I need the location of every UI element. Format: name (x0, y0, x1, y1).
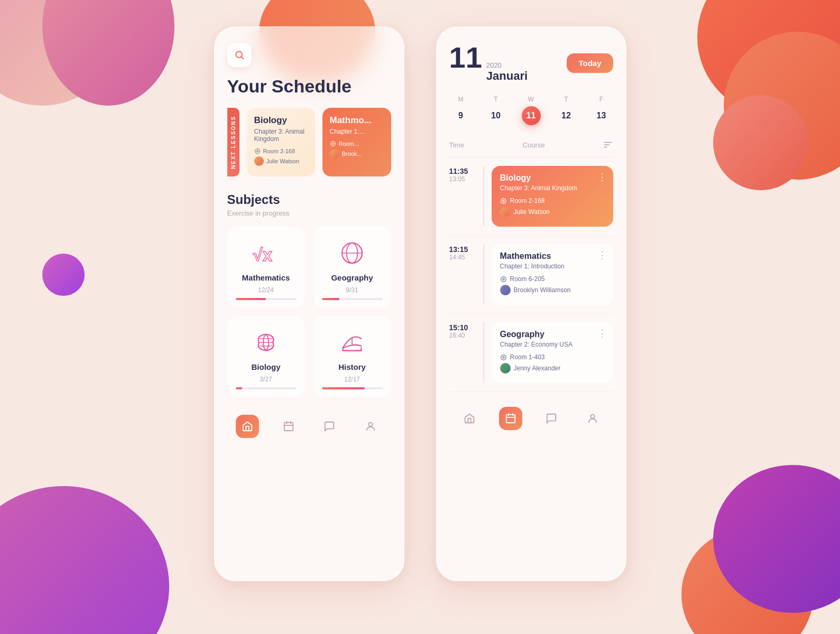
svg-point-26 (502, 356, 504, 358)
mathematics-schedule-card[interactable]: ⋮ Mathematics Chapter 1: Introduction Ro… (492, 244, 613, 305)
mathematics-progress-fill (236, 298, 266, 300)
left-phone: Your Schedule NEXT LESSONS Biology Chapt… (214, 26, 404, 581)
week-selector: M 9 T 10 W 11 T 12 F 13 (449, 96, 613, 125)
lesson-card-biology[interactable]: Biology Chapter 3: Animal Kingdom Room 2… (247, 108, 315, 176)
mathematics-card-room: Room 6-205 (500, 275, 605, 283)
next-lessons-label: NEXT LESSONS (227, 108, 239, 176)
geography-progress-fill (322, 298, 339, 300)
mathematics-progress: 12/24 (258, 286, 274, 294)
geography-name: Geography (331, 273, 373, 282)
mathematics-card-teacher: Brooklyn Williamson (500, 285, 605, 295)
today-button[interactable]: Today (567, 53, 613, 73)
week-day-fri[interactable]: F 13 (592, 96, 611, 125)
svg-point-3 (256, 151, 258, 152)
geography-progress: 9/31 (346, 286, 358, 294)
bg-blob-bottom-left (0, 486, 169, 634)
lesson-card-2-title: Mathmo... (330, 115, 384, 126)
subject-card-history[interactable]: History 12/17 (313, 316, 391, 397)
biology-time-end: 13:05 (449, 175, 476, 183)
svg-point-23 (501, 276, 506, 282)
week-day-thu-num: 12 (557, 106, 576, 125)
week-day-fri-letter: F (599, 96, 603, 103)
mathematics-name: Mathematics (242, 273, 290, 282)
biology-schedule-card[interactable]: ⋮ Biology Chapter 3: Animal Kingdom Room… (492, 166, 613, 227)
week-day-thu[interactable]: T 12 (557, 96, 576, 125)
lesson-card-2-room: Room... (330, 141, 384, 147)
schedule-item-geography: 15:10 16:40 ⋮ Geography Chapter 2: Econo… (449, 314, 613, 392)
lesson-card-2-teacher: Brook... (330, 149, 384, 158)
history-name: History (338, 362, 366, 371)
mathematics-time-start: 13:15 (449, 245, 476, 254)
mathematics-icon: √x (250, 237, 282, 269)
svg-rect-27 (506, 415, 515, 423)
left-nav-profile[interactable] (359, 415, 382, 438)
lesson-card-1-chapter: Chapter 3: Animal Kingdom (254, 128, 308, 143)
svg-point-4 (330, 142, 335, 146)
subject-card-biology[interactable]: Biology 3/27 (227, 316, 305, 397)
geography-time: 15:10 16:40 (449, 322, 476, 383)
history-progress-fill (322, 387, 365, 389)
lesson-card-1-room: Room 2-168 (254, 148, 308, 154)
right-nav-chat[interactable] (540, 407, 563, 430)
week-day-wed-letter: W (528, 96, 534, 103)
subject-card-mathematics[interactable]: √x Mathematics 12/24 (227, 227, 305, 307)
svg-point-21 (501, 198, 506, 203)
week-day-mon-num: 9 (451, 106, 470, 125)
week-day-mon[interactable]: M 9 (451, 96, 470, 125)
geography-schedule-card[interactable]: ⋮ Geography Chapter 2: Economy USA Room … (492, 322, 613, 383)
date-display: 11 2020 Januari (449, 43, 528, 83)
sort-icon[interactable] (603, 140, 613, 150)
mathematics-menu-dots[interactable]: ⋮ (597, 250, 607, 260)
svg-point-22 (502, 200, 504, 201)
biology-name: Biology (252, 362, 281, 371)
svg-point-31 (590, 415, 594, 418)
geography-menu-dots[interactable]: ⋮ (597, 329, 607, 338)
right-phone-header: 11 2020 Januari Today (449, 43, 613, 83)
bg-blob-top-left (0, 0, 116, 106)
biology-card-teacher: Julie Watson (500, 207, 605, 217)
bg-blob-right-bottom (713, 465, 840, 613)
bg-blob-mid-left (42, 254, 85, 296)
svg-point-25 (501, 355, 506, 360)
geography-icon (336, 237, 368, 269)
subject-card-geography[interactable]: Geography 9/31 (313, 227, 391, 307)
avatar-julie-watson (500, 207, 511, 217)
week-day-mon-letter: M (458, 96, 464, 103)
time-divider-1 (483, 166, 484, 227)
biology-card-chapter: Chapter 3: Animal Kingdom (500, 184, 605, 192)
biology-menu-dots[interactable]: ⋮ (597, 172, 607, 182)
schedule-item-biology: 11:35 13:05 ⋮ Biology Chapter 3: Animal … (449, 157, 613, 236)
search-button[interactable] (227, 43, 252, 67)
left-nav-home[interactable] (236, 415, 259, 438)
history-progress: 12/17 (344, 376, 360, 383)
bg-blob-top-right-2 (697, 0, 840, 116)
biology-card-title: Biology (500, 173, 605, 183)
mathematics-time-end: 14:45 (449, 254, 476, 261)
geography-time-start: 15:10 (449, 323, 476, 332)
week-day-wed[interactable]: W 11 (522, 96, 541, 125)
svg-point-2 (255, 149, 260, 154)
schedule-header-course: Course (523, 141, 545, 149)
biology-progress-fill (236, 387, 243, 389)
bg-blob-top-center-left (42, 0, 174, 106)
left-nav-chat[interactable] (318, 415, 341, 438)
right-nav-profile[interactable] (581, 407, 604, 430)
geography-card-teacher: Jenny Alexander (500, 363, 605, 374)
right-phone: 11 2020 Januari Today M 9 T 10 W 11 (436, 26, 626, 581)
right-nav-home[interactable] (458, 407, 481, 430)
date-year: 2020 (486, 61, 528, 69)
date-month: Januari (486, 69, 528, 83)
date-day: 11 (449, 43, 482, 72)
next-lessons-wrapper: NEXT LESSONS Biology Chapter 3: Animal K… (227, 108, 391, 176)
avatar-brooklyn (500, 285, 511, 295)
left-nav-calendar[interactable] (277, 415, 300, 438)
subjects-grid: √x Mathematics 12/24 (227, 227, 391, 397)
history-icon (336, 327, 368, 358)
bg-blob-bottom-right (681, 528, 814, 634)
week-day-tue[interactable]: T 10 (486, 96, 505, 125)
biology-card-room: Room 2-168 (500, 197, 605, 204)
schedule-list: 11:35 13:05 ⋮ Biology Chapter 3: Animal … (449, 157, 613, 392)
time-divider-2 (483, 244, 484, 305)
lesson-card-math[interactable]: Mathmo... Chapter 1:... Room... Brook... (322, 108, 391, 176)
right-nav-calendar[interactable] (499, 407, 522, 430)
